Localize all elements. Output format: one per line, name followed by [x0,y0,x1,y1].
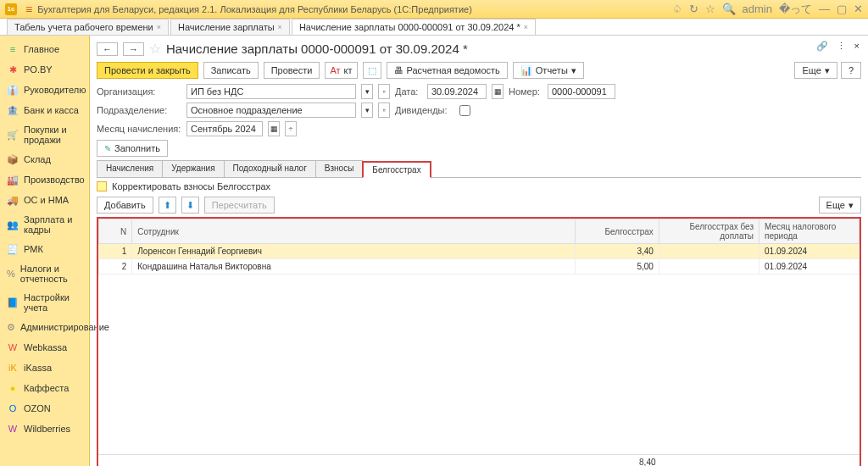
tab-accruals[interactable]: Начисления [97,160,163,177]
move-down-button[interactable]: ⬇ [181,197,199,214]
sidebar-icon: ● [7,382,19,394]
bell-icon[interactable]: ♤ [672,3,682,15]
main-tab[interactable]: Начисление зарплаты× [170,19,290,35]
sidebar-item[interactable]: OOZON [0,398,89,419]
tab-deductions[interactable]: Удержания [162,160,224,177]
tab-close-icon[interactable]: × [278,23,282,31]
open-icon[interactable]: ▫ [378,103,390,118]
reports-button[interactable]: 📊Отчеты ▾ [513,62,584,79]
sidebar-item[interactable]: 📘Настройки учета [0,288,89,317]
dividends-label: Дивиденды: [395,105,454,115]
adjust-checkbox[interactable] [97,181,107,191]
sidebar-item[interactable]: 🏦Банк и касса [0,100,89,120]
move-up-button[interactable]: ⬆ [159,197,176,214]
sidebar-item[interactable]: ✱PO.BY [0,59,89,80]
favorite-icon[interactable]: ☆ [149,41,161,57]
col-belgosstrakh[interactable]: Белгосстрах [575,219,659,244]
tab-close-icon[interactable]: × [524,23,528,31]
title-bar: 1c ≡ Бухгалтерия для Беларуси, редакция … [0,0,868,19]
doc-header: ← → ☆ Начисление зарплаты 0000-000091 от… [97,41,861,57]
sidebar-label: Каффеста [24,383,69,393]
user-name[interactable]: admin [743,3,772,15]
dept-field[interactable] [186,103,356,118]
sidebar-item[interactable]: 👔Руководителю [0,80,89,100]
dt-kt-icon[interactable]: Аткт [325,62,357,79]
tab-close-icon[interactable]: × [157,23,161,31]
more-button[interactable]: Еще ▾ [794,62,837,79]
sidebar-item[interactable]: WWebkassa [0,337,89,358]
sidebar-icon: 👔 [7,84,19,96]
table-container: N Сотрудник Белгосстрах Белгосстрах без … [97,217,861,466]
payslip-button[interactable]: 🖶Расчетная ведомость [387,62,508,79]
main-tab[interactable]: Табель учета рабочего времени× [7,19,169,35]
help-button[interactable]: ? [841,62,861,79]
close-icon[interactable]: ✕ [854,3,863,15]
dropdown-icon[interactable]: ▾ [361,103,373,118]
dropdown-icon[interactable]: ▾ [361,84,373,99]
col-tax-month[interactable]: Месяц налогового периода [760,219,860,244]
org-field[interactable] [186,84,356,99]
sidebar-label: ОС и НМА [24,195,69,205]
num-field[interactable] [548,84,615,99]
more-icon[interactable]: ⋮ [837,41,846,52]
calendar-icon[interactable]: ▦ [268,121,280,136]
open-icon[interactable]: ▫ [378,84,390,99]
search-icon[interactable]: 🔍 [722,3,736,15]
stepper-icon[interactable]: ÷ [285,121,297,136]
history-icon[interactable]: ↻ [689,3,698,15]
sidebar-item[interactable]: iKiKassa [0,358,89,378]
sidebar-item[interactable]: ⚙Администрирование [0,317,89,337]
chart-icon: 📊 [520,65,532,76]
settings-icon[interactable]: �って [779,2,812,17]
sidebar-icon: 🛒 [7,129,19,141]
sidebar-label: iKassa [24,363,52,373]
structure-icon[interactable]: ⬚ [363,62,381,79]
sidebar-item[interactable]: 📦Склад [0,149,89,169]
dividends-checkbox[interactable] [459,105,470,116]
post-button[interactable]: Провести [264,62,320,79]
col-n[interactable]: N [99,219,132,244]
link-icon[interactable]: 🔗 [816,41,828,52]
sidebar-item[interactable]: 👥Зарплата и кадры [0,210,89,239]
table-row[interactable]: 1Лоренсон Геннадий Георгиевич3,4001.09.2… [99,244,860,259]
minimize-icon[interactable]: — [819,3,830,15]
tab-income-tax[interactable]: Подоходный налог [224,160,316,177]
col-employee[interactable]: Сотрудник [132,219,576,244]
add-button[interactable]: Добавить [97,197,153,214]
sidebar-item[interactable]: WWildberries [0,419,89,439]
sidebar-icon: % [7,268,15,280]
sidebar-item[interactable]: %Налоги и отчетность [0,259,89,288]
sidebar-label: Руководителю [24,85,86,95]
menu-icon[interactable]: ≡ [25,3,32,16]
sidebar-icon: 🚚 [7,194,19,206]
sidebar-label: Настройки учета [24,292,82,313]
col-belgosstrakh-no-extra[interactable]: Белгосстрах без доплаты [659,219,759,244]
date-field[interactable] [427,84,487,99]
save-button[interactable]: Записать [203,62,259,79]
sidebar-item[interactable]: 🧾РМК [0,239,89,259]
maximize-icon[interactable]: ▢ [837,3,847,15]
sidebar-item[interactable]: ●Каффеста [0,378,89,398]
sidebar-item[interactable]: ≡Главное [0,39,89,59]
calendar-icon[interactable]: ▦ [492,84,504,99]
sidebar-label: РМК [24,244,43,254]
table-row[interactable]: 2Кондрашина Наталья Викторовна5,0001.09.… [99,259,860,275]
app-logo: 1c [5,3,17,15]
sidebar-item[interactable]: 🚚ОС и НМА [0,190,89,210]
sidebar-item[interactable]: 🏭Производство [0,169,89,190]
fill-button[interactable]: ✎Заполнить [97,140,168,157]
month-field[interactable] [186,121,263,136]
tab-belgosstrakh[interactable]: Белгосстрах [362,161,431,178]
nav-back[interactable]: ← [97,42,118,56]
sidebar-icon: 🏦 [7,104,19,116]
sidebar-item[interactable]: 🛒Покупки и продажи [0,120,89,149]
table-more-button[interactable]: Еще ▾ [819,197,861,214]
nav-fwd[interactable]: → [123,42,144,56]
star-icon[interactable]: ☆ [705,3,715,15]
tab-contributions[interactable]: Взносы [315,160,364,177]
close-panel-icon[interactable]: × [854,41,860,52]
main-tab-bar: Табель учета рабочего времени× Начислени… [0,19,868,36]
main-tab-active[interactable]: Начисление зарплаты 0000-000091 от 30.09… [292,19,536,35]
post-close-button[interactable]: Провести и закрыть [97,62,198,79]
sidebar-label: OZON [24,403,51,413]
